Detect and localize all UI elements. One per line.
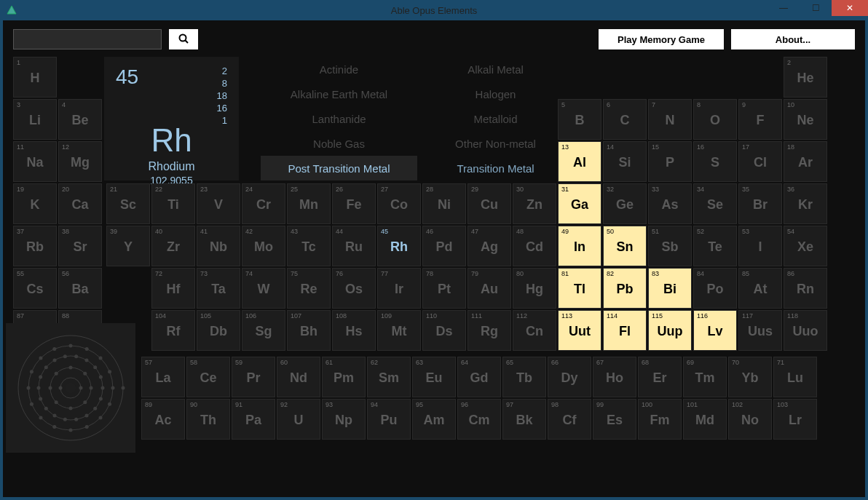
element-S[interactable]: 16S <box>693 141 737 182</box>
element-Pm[interactable]: 61Pm <box>322 357 366 397</box>
element-Rh[interactable]: 45Rh <box>377 226 421 266</box>
category-actinide[interactable]: Actinide <box>261 57 417 82</box>
element-Cm[interactable]: 96Cm <box>457 399 501 440</box>
element-Yb[interactable]: 70Yb <box>728 357 772 397</box>
element-Be[interactable]: 4Be <box>58 99 102 140</box>
element-Ti[interactable]: 22Ti <box>151 183 195 224</box>
element-Pb[interactable]: 82Pb <box>603 268 647 309</box>
element-Pu[interactable]: 94Pu <box>367 399 411 440</box>
element-At[interactable]: 85At <box>738 268 782 309</box>
element-Er[interactable]: 68Er <box>638 357 682 397</box>
element-I[interactable]: 53I <box>738 226 782 266</box>
element-Au[interactable]: 79Au <box>467 268 511 309</box>
element-Nd[interactable]: 60Nd <box>277 357 320 397</box>
category-alkali-metal[interactable]: Alkali Metal <box>417 57 574 82</box>
element-Bk[interactable]: 97Bk <box>502 399 546 440</box>
element-Pt[interactable]: 78Pt <box>422 268 466 309</box>
element-Fe[interactable]: 26Fe <box>332 183 376 224</box>
element-Sg[interactable]: 106Sg <box>242 310 285 351</box>
element-Ne[interactable]: 10Ne <box>784 99 827 140</box>
element-Mn[interactable]: 25Mn <box>287 183 331 224</box>
element-Mo[interactable]: 42Mo <box>242 226 285 266</box>
element-Th[interactable]: 90Th <box>186 399 230 440</box>
element-Ta[interactable]: 73Ta <box>197 268 240 309</box>
element-Rg[interactable]: 111Rg <box>467 310 511 351</box>
element-Kr[interactable]: 36Kr <box>784 183 827 224</box>
element-Sm[interactable]: 62Sm <box>367 357 411 397</box>
element-Nb[interactable]: 41Nb <box>197 226 240 266</box>
element-K[interactable]: 19K <box>13 183 57 224</box>
element-Rn[interactable]: 86Rn <box>784 268 827 309</box>
element-B[interactable]: 5B <box>558 99 601 140</box>
element-Lr[interactable]: 103Lr <box>773 399 817 440</box>
element-N[interactable]: 7N <box>648 99 692 140</box>
element-Po[interactable]: 84Po <box>693 268 737 309</box>
category-other-non-metal[interactable]: Other Non-metal <box>417 131 574 156</box>
element-Uuo[interactable]: 118Uuo <box>784 310 827 351</box>
element-Lu[interactable]: 71Lu <box>773 357 817 397</box>
element-La[interactable]: 57La <box>141 357 185 397</box>
search-button[interactable] <box>169 29 198 49</box>
element-Br[interactable]: 35Br <box>738 183 782 224</box>
element-Sc[interactable]: 21Sc <box>106 183 150 224</box>
element-Rb[interactable]: 37Rb <box>13 226 57 266</box>
element-Te[interactable]: 52Te <box>693 226 737 266</box>
element-Zn[interactable]: 30Zn <box>513 183 556 224</box>
element-Na[interactable]: 11Na <box>13 141 57 182</box>
element-Ag[interactable]: 47Ag <box>467 226 511 266</box>
element-Db[interactable]: 105Db <box>197 310 240 351</box>
window-close-button[interactable]: ✕ <box>832 0 868 16</box>
element-F[interactable]: 9F <box>738 99 782 140</box>
element-Cd[interactable]: 48Cd <box>513 226 556 266</box>
element-Cs[interactable]: 55Cs <box>13 268 57 309</box>
element-No[interactable]: 102No <box>728 399 772 440</box>
element-Ce[interactable]: 58Ce <box>186 357 230 397</box>
element-Ho[interactable]: 67Ho <box>593 357 636 397</box>
category-halogen[interactable]: Halogen <box>417 82 574 106</box>
element-Hg[interactable]: 80Hg <box>513 268 556 309</box>
element-Hf[interactable]: 72Hf <box>151 268 195 309</box>
element-Bh[interactable]: 107Bh <box>287 310 331 351</box>
element-Li[interactable]: 3Li <box>13 99 57 140</box>
element-Al[interactable]: 13Al <box>558 141 601 182</box>
element-Ds[interactable]: 110Ds <box>422 310 466 351</box>
element-Uus[interactable]: 117Uus <box>738 310 782 351</box>
element-Se[interactable]: 34Se <box>693 183 737 224</box>
element-Rf[interactable]: 104Rf <box>151 310 195 351</box>
category-lanthanide[interactable]: Lanthanide <box>261 106 417 131</box>
element-Fm[interactable]: 100Fm <box>638 399 682 440</box>
element-Ir[interactable]: 77Ir <box>377 268 421 309</box>
element-Xe[interactable]: 54Xe <box>784 226 827 266</box>
category-alkaline-earth-metal[interactable]: Alkaline Earth Metal <box>261 82 417 106</box>
element-Cr[interactable]: 24Cr <box>242 183 285 224</box>
element-Gd[interactable]: 64Gd <box>457 357 501 397</box>
element-Md[interactable]: 101Md <box>683 399 727 440</box>
element-Tm[interactable]: 69Tm <box>683 357 727 397</box>
window-maximize-button[interactable]: ☐ <box>800 0 832 16</box>
window-minimize-button[interactable]: — <box>768 0 800 16</box>
element-Lv[interactable]: 116Lv <box>693 310 737 351</box>
element-Es[interactable]: 99Es <box>593 399 636 440</box>
element-Ar[interactable]: 18Ar <box>784 141 827 182</box>
element-Cl[interactable]: 17Cl <box>738 141 782 182</box>
element-Pa[interactable]: 91Pa <box>232 399 275 440</box>
category-metalloid[interactable]: Metalloid <box>417 106 574 131</box>
element-Y[interactable]: 39Y <box>106 226 150 266</box>
element-Uup[interactable]: 115Uup <box>648 310 692 351</box>
element-P[interactable]: 15P <box>648 141 692 182</box>
element-As[interactable]: 33As <box>648 183 692 224</box>
element-Eu[interactable]: 63Eu <box>412 357 456 397</box>
element-V[interactable]: 23V <box>197 183 240 224</box>
element-Hs[interactable]: 108Hs <box>332 310 376 351</box>
element-Tl[interactable]: 81Tl <box>558 268 601 309</box>
element-Am[interactable]: 95Am <box>412 399 456 440</box>
element-Tc[interactable]: 43Tc <box>287 226 331 266</box>
element-W[interactable]: 74W <box>242 268 285 309</box>
element-Ca[interactable]: 20Ca <box>58 183 102 224</box>
element-Uut[interactable]: 113Uut <box>558 310 601 351</box>
element-Ac[interactable]: 89Ac <box>141 399 185 440</box>
element-H[interactable]: 1H <box>13 57 57 98</box>
element-Sr[interactable]: 38Sr <box>58 226 102 266</box>
element-Fl[interactable]: 114Fl <box>603 310 647 351</box>
element-Tb[interactable]: 65Tb <box>502 357 546 397</box>
